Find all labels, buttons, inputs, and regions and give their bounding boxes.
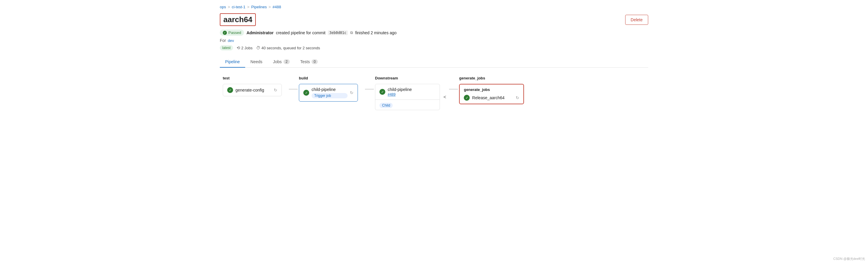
tab-jobs[interactable]: Jobs 2 — [268, 56, 295, 68]
stage-generate-jobs: generate_jobs generate_jobs ✓ Release_aa… — [459, 76, 524, 104]
breadcrumb-sep-1: > — [228, 5, 230, 9]
tab-tests-badge: 0 — [312, 59, 318, 64]
tab-pipeline[interactable]: Pipeline — [220, 56, 245, 68]
generate-jobs-title: generate_jobs — [464, 87, 519, 92]
jobs-meta: ⟲ 2 Jobs — [237, 46, 253, 50]
refresh-release-icon[interactable]: ↻ — [516, 95, 519, 100]
pipeline-stages: test ✓ generate-config ↻ build ✓ child-p… — [220, 76, 648, 110]
downstream-card-footer: Child — [375, 99, 440, 110]
stage-generate-jobs-label: generate_jobs — [459, 76, 485, 80]
breadcrumb-ops[interactable]: ops — [220, 5, 226, 9]
job-generate-config[interactable]: ✓ generate-config ↻ — [223, 84, 282, 96]
downstream-job-name: child-pipeline — [388, 87, 435, 92]
for-row: For dev — [220, 38, 648, 43]
breadcrumb-sep-2: > — [247, 5, 250, 9]
commit-hash[interactable]: 3eb0d01c — [328, 30, 348, 35]
tab-jobs-badge: 2 — [283, 59, 290, 64]
copy-icon[interactable]: ⧉ — [350, 30, 353, 35]
clock-icon: ⏱ — [256, 46, 260, 50]
stage-downstream-label: Downstream — [375, 76, 398, 80]
duration-meta: ⏱ 40 seconds, queued for 2 seconds — [256, 46, 320, 50]
stage-downstream: Downstream ✓ child-pipeline #489 Child < — [375, 76, 448, 110]
breadcrumb-ci-test-1[interactable]: ci-test-1 — [232, 5, 245, 9]
jobs-text: 2 Jobs — [241, 46, 253, 50]
page-title: aarch64 — [220, 13, 256, 26]
job-build-name: child-pipeline — [312, 87, 347, 92]
author-name: Administrator — [246, 30, 274, 35]
downstream-inner: child-pipeline #489 — [388, 87, 435, 96]
generate-jobs-row: ✓ Release_aarch64 ↻ — [464, 95, 519, 101]
downstream-job-link[interactable]: #489 — [388, 92, 435, 96]
job-build-inner: child-pipeline Trigger job — [312, 87, 347, 98]
stage-test-label: test — [223, 76, 229, 80]
downstream-card-body: ✓ child-pipeline #489 — [375, 84, 440, 99]
status-badge: ✓ Passed — [220, 30, 244, 36]
job-success-icon: ✓ — [227, 87, 233, 93]
chevron-left-button[interactable]: < — [442, 94, 448, 100]
breadcrumb: ops > ci-test-1 > Pipelines > #488 — [220, 5, 648, 9]
connector-line-2 — [365, 89, 374, 89]
job-build-success-icon: ✓ — [303, 90, 309, 96]
check-icon: ✓ — [223, 31, 227, 35]
action-text: created pipeline for commit — [276, 30, 326, 35]
tab-needs-label: Needs — [250, 59, 262, 64]
downstream-card: ✓ child-pipeline #489 Child — [375, 84, 440, 110]
connector-line — [289, 89, 298, 89]
latest-badge: latest — [220, 45, 233, 51]
breadcrumb-pipelines[interactable]: Pipelines — [251, 5, 267, 9]
downstream-success-icon: ✓ — [379, 89, 385, 95]
tabs-row: Pipeline Needs Jobs 2 Tests 0 — [220, 56, 648, 68]
child-badge: Child — [379, 103, 393, 108]
duration-text: 40 seconds, queued for 2 seconds — [261, 46, 320, 50]
tab-tests[interactable]: Tests 0 — [295, 56, 323, 68]
breadcrumb-pipeline-id[interactable]: #488 — [273, 5, 281, 9]
header-row: aarch64 Delete — [220, 13, 648, 26]
tab-tests-label: Tests — [300, 59, 310, 64]
for-label: For — [220, 38, 226, 43]
job-card-inner: generate-config — [236, 88, 272, 92]
connector-test-build — [289, 76, 298, 89]
trigger-badge: Trigger job — [312, 93, 347, 98]
refresh-build-icon[interactable]: ↻ — [350, 90, 353, 95]
release-success-icon: ✓ — [464, 95, 470, 101]
meta-row: latest ⟲ 2 Jobs ⏱ 40 seconds, queued for… — [220, 45, 648, 51]
refresh-icon[interactable]: ↻ — [274, 88, 277, 92]
status-row: ✓ Passed Administrator created pipeline … — [220, 30, 648, 36]
delete-button[interactable]: Delete — [625, 15, 648, 25]
stage-build: build ✓ child-pipeline Trigger job ↻ — [299, 76, 364, 101]
connector-downstream-generate — [449, 76, 458, 89]
tab-needs[interactable]: Needs — [245, 56, 268, 68]
tab-pipeline-label: Pipeline — [225, 59, 240, 64]
stage-build-label: build — [299, 76, 308, 80]
generate-jobs-card: generate_jobs ✓ Release_aarch64 ↻ — [459, 84, 524, 104]
breadcrumb-sep-3: > — [269, 5, 271, 9]
finished-text: finished 2 minutes ago — [355, 30, 397, 35]
branch-link[interactable]: dev — [228, 38, 234, 43]
status-badge-label: Passed — [228, 30, 241, 35]
job-name: generate-config — [236, 88, 272, 92]
jobs-icon: ⟲ — [237, 46, 240, 50]
job-child-pipeline-build[interactable]: ✓ child-pipeline Trigger job ↻ — [299, 84, 358, 101]
release-job-name: Release_aarch64 — [472, 95, 504, 100]
tab-jobs-label: Jobs — [273, 59, 282, 64]
stage-test: test ✓ generate-config ↻ — [223, 76, 288, 96]
connector-build-downstream — [365, 76, 374, 89]
connector-line-3 — [449, 89, 458, 89]
